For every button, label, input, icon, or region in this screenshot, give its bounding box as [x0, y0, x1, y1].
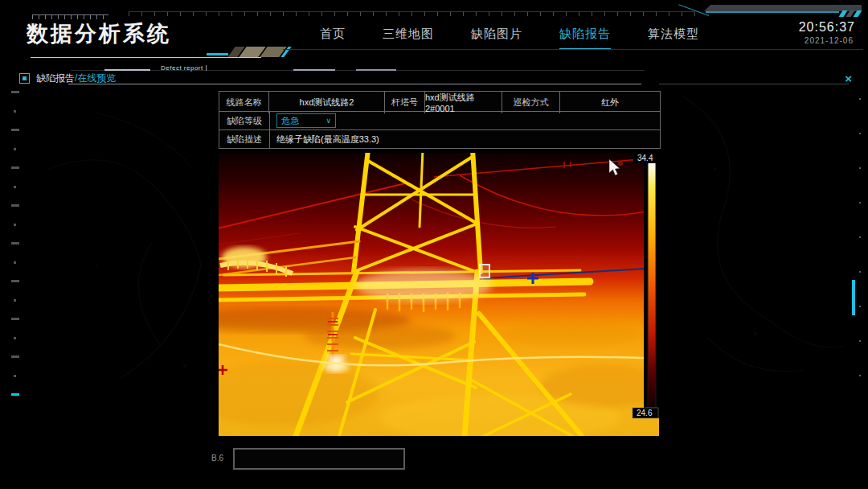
defect-level-value: 危急	[281, 115, 299, 127]
header-slash-decor	[841, 10, 860, 17]
defect-level-select[interactable]: 危急 ∨	[276, 113, 336, 128]
note-label: B.6	[211, 454, 223, 462]
page-title: 数据分析系统	[27, 19, 171, 48]
temp-max-label: 34.4	[637, 154, 653, 162]
app-root: 数据分析系统 首页 三维地图 缺陷图片 缺陷报告 算法模型 20:56:37 2…	[0, 0, 868, 489]
thermal-marker-square	[480, 265, 489, 277]
nav-item-defect-images[interactable]: 缺陷图片	[471, 27, 522, 50]
temp-min-label: 24.6	[637, 409, 653, 417]
breadcrumb-icon	[19, 73, 30, 84]
tower-no-value: hxd测试线路2#0001	[425, 92, 502, 113]
nav-underbar	[283, 49, 863, 50]
inspect-method-label: 巡检方式	[502, 92, 560, 113]
breadcrumb-section[interactable]: 缺陷报告	[36, 72, 75, 84]
thermal-hotspot	[355, 269, 492, 302]
header-tick-line	[129, 11, 695, 16]
scrollbar[interactable]	[852, 280, 855, 315]
line-name-value: hxd测试线路2	[269, 92, 385, 113]
nav-item-3d-map[interactable]: 三维地图	[383, 27, 434, 50]
chevron-down-icon: ∨	[326, 117, 331, 125]
note-input[interactable]	[233, 448, 405, 470]
tower-no-label: 杆塔号	[385, 92, 425, 113]
header-right-teal-line	[706, 11, 839, 13]
title-cyan-chip	[207, 53, 228, 55]
close-icon[interactable]: ×	[845, 72, 852, 84]
defect-desc-value: 绝缘子缺陷(最高温度33.3)	[270, 134, 379, 146]
subheader-line-seg	[104, 69, 150, 71]
inspect-method-value: 红外	[560, 92, 660, 113]
clock-time: 20:56:37	[799, 20, 855, 35]
table-row: 线路名称 hxd测试线路2 杆塔号 hxd测试线路2#0001 巡检方式 红外	[219, 92, 660, 112]
nav-item-home[interactable]: 首页	[320, 27, 346, 50]
subheader-line-seg	[293, 69, 335, 71]
breadcrumb-underline	[68, 84, 641, 84]
title-parallelogram-decor	[231, 47, 288, 57]
table-row: 缺陷描述 绝缘子缺陷(最高温度33.3)	[219, 130, 660, 148]
nav-item-algorithm-model[interactable]: 算法模型	[648, 27, 699, 50]
defect-report-tag: Defect report	[161, 64, 203, 72]
defect-desc-label: 缺陷描述	[219, 130, 270, 148]
line-name-label: 线路名称	[219, 92, 269, 113]
breadcrumb-underline-right	[659, 84, 849, 84]
defect-report-table: 线路名称 hxd测试线路2 杆塔号 hxd测试线路2#0001 巡检方式 红外 …	[219, 91, 661, 149]
breadcrumb-current[interactable]: 在线预览	[77, 72, 116, 84]
nav-item-defect-report[interactable]: 缺陷报告	[559, 27, 611, 50]
title-underline	[31, 57, 261, 58]
defect-level-label: 缺陷等级	[219, 112, 270, 129]
thermal-image[interactable]: 34.4 24.6	[219, 153, 659, 436]
table-row: 缺陷等级 危急 ∨	[219, 112, 660, 130]
header-right-bar	[704, 5, 862, 11]
defect-report-tag-tick	[206, 65, 207, 71]
subheader-line-seg	[356, 69, 396, 71]
clock-date: 2021-12-06	[805, 36, 854, 45]
main-nav: 首页 三维地图 缺陷图片 缺陷报告 算法模型	[320, 27, 699, 50]
